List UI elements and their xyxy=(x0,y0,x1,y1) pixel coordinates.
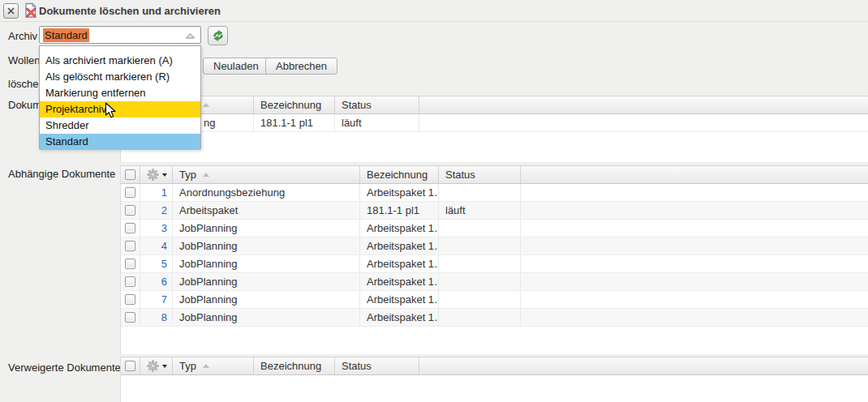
table-row[interactable]: 2 Arbeitspaket 181.1-1 pl1 läuft xyxy=(121,202,868,220)
cell-row-number: 8 xyxy=(140,309,173,326)
x-icon xyxy=(7,7,15,15)
row-checkbox[interactable] xyxy=(125,294,135,305)
column-header-label: Typ xyxy=(179,360,196,372)
cell-status xyxy=(439,220,521,237)
row-checkbox[interactable] xyxy=(125,276,135,287)
table-row[interactable]: 8 JobPlanning Arbeitspaket 1… xyxy=(121,309,868,327)
column-header-status[interactable]: Status xyxy=(439,166,521,183)
cell-status: läuft xyxy=(439,202,521,219)
row-checkbox[interactable] xyxy=(125,241,135,251)
dropdown-item-standard[interactable]: Standard xyxy=(40,134,200,150)
cell-status: läuft xyxy=(335,114,419,131)
column-header-typ[interactable]: Typ xyxy=(173,357,254,374)
cell-row-number: 2 xyxy=(140,202,173,219)
column-header-label: Bezeichnung xyxy=(260,99,321,111)
caret-down-icon xyxy=(162,173,167,177)
column-header-label: Status xyxy=(445,169,475,181)
column-header-filler xyxy=(419,357,868,374)
select-all-checkbox[interactable] xyxy=(121,166,140,183)
table-row[interactable]: 6 JobPlanning Arbeitspaket 1… xyxy=(121,273,868,291)
table-row[interactable]: 4 JobPlanning Arbeitspaket 1… xyxy=(121,237,868,255)
table-header: Typ Bezeichnung Status xyxy=(121,96,868,114)
column-header-label: Bezeichnung xyxy=(367,169,428,181)
column-header-filler xyxy=(521,166,868,183)
cell-bezeichnung: Arbeitspaket 1… xyxy=(360,255,439,272)
cell-typ: JobPlanning xyxy=(173,273,360,290)
cell-row-number: 1 xyxy=(140,184,173,201)
column-header-bezeichnung[interactable]: Bezeichnung xyxy=(360,166,439,183)
column-header-typ[interactable]: Typ xyxy=(173,166,360,183)
sort-ascending-icon xyxy=(203,364,209,368)
cell-typ: Anordnungsbeziehung xyxy=(173,184,360,201)
column-menu-button[interactable] xyxy=(140,166,173,183)
table-row[interactable]: 7 JobPlanning Arbeitspaket 1… xyxy=(121,291,868,309)
dropdown-item-shredder[interactable]: Shredder xyxy=(40,118,200,134)
titlebar: Dokumente löschen und archivieren xyxy=(0,0,868,22)
archiv-combobox-value: Standard xyxy=(43,28,89,42)
column-header-bezeichnung[interactable]: Bezeichnung xyxy=(254,357,335,374)
column-header-label: Typ xyxy=(179,169,196,181)
column-header-label: Bezeichnung xyxy=(260,360,321,372)
cell-typ: JobPlanning xyxy=(173,237,360,254)
table-row[interactable]: 3 JobPlanning Arbeitspaket 1… xyxy=(121,220,868,237)
cell-status xyxy=(439,184,521,201)
mouse-cursor-icon xyxy=(105,102,117,119)
cell-bezeichnung: 181.1-1 pl1 xyxy=(360,202,439,219)
close-button[interactable] xyxy=(3,3,19,19)
dropdown-item-projektarchiv[interactable]: Projektarchiv xyxy=(40,101,200,118)
archiv-dropdown-list: Als archiviert markieren (A) Als gelösch… xyxy=(39,45,201,149)
column-menu-button[interactable] xyxy=(140,357,173,374)
checkbox-icon xyxy=(125,361,135,371)
cell-bezeichnung: Arbeitspaket 1… xyxy=(360,184,439,201)
dropdown-item-als-geloescht-markieren[interactable]: Als gelöscht markieren (R) xyxy=(40,69,200,85)
row-checkbox[interactable] xyxy=(125,223,135,233)
cell-bezeichnung: Arbeitspaket 1… xyxy=(360,237,439,254)
table-row[interactable]: ng 181.1-1 pl1 läuft xyxy=(121,114,868,132)
dialog-title: Dokumente löschen und archivieren xyxy=(39,5,221,17)
cell-typ: JobPlanning xyxy=(173,255,360,272)
cell-status xyxy=(439,273,521,290)
reload-button[interactable]: Neuladen xyxy=(203,58,269,75)
refresh-arrows-icon xyxy=(212,29,225,42)
abhaengige-dokumente-label: Abhängige Dokumente xyxy=(8,168,115,180)
cell-row-number: 6 xyxy=(140,273,173,290)
archiv-label: Archiv xyxy=(8,30,37,42)
table-row[interactable]: 1 Anordnungsbeziehung Arbeitspaket 1… xyxy=(121,184,868,202)
dropdown-item-markierung-entfernen[interactable]: Markierung entfernen xyxy=(40,85,200,101)
table-header: Typ Bezeichnung Status xyxy=(121,165,868,184)
combobox-collapse-arrow-icon[interactable] xyxy=(185,32,196,39)
cell-row-number: 4 xyxy=(140,237,173,254)
refresh-button[interactable] xyxy=(208,26,228,45)
column-header-status[interactable]: Status xyxy=(335,96,419,113)
caret-down-icon xyxy=(162,365,167,368)
cancel-button[interactable]: Abbrechen xyxy=(265,58,337,75)
column-header-status[interactable]: Status xyxy=(335,357,419,374)
checkbox-icon xyxy=(125,169,135,180)
column-header-bezeichnung[interactable]: Bezeichnung xyxy=(254,96,335,113)
table-header: Typ Bezeichnung Status xyxy=(121,357,868,375)
row-checkbox[interactable] xyxy=(125,205,135,216)
row-checkbox[interactable] xyxy=(125,187,135,198)
gear-icon xyxy=(147,360,159,372)
archiv-combobox[interactable]: Standard xyxy=(39,26,201,44)
verweigerte-dokumente-table: Typ Bezeichnung Status xyxy=(120,357,868,402)
sort-ascending-icon xyxy=(203,103,209,107)
cell-typ: JobPlanning xyxy=(173,291,360,308)
dropdown-item-als-archiviert-markieren[interactable]: Als archiviert markieren (A) xyxy=(40,53,200,69)
cell-row-number: 5 xyxy=(140,255,173,272)
dokumente-table: Typ Bezeichnung Status ng 181.1-1 pl1 lä… xyxy=(120,96,868,162)
cell-status xyxy=(439,291,521,308)
sort-ascending-icon xyxy=(203,173,209,177)
cell-bezeichnung: Arbeitspaket 1… xyxy=(360,273,439,290)
document-delete-icon xyxy=(23,2,39,21)
cell-bezeichnung: Arbeitspaket 1… xyxy=(360,220,439,237)
row-checkbox[interactable] xyxy=(125,259,135,269)
row-checkbox[interactable] xyxy=(125,312,135,323)
question-text-line1: Wollen xyxy=(8,54,41,66)
column-header-filler xyxy=(419,96,868,113)
abhaengige-dokumente-table: Typ Bezeichnung Status 1 Anordnungsbezie… xyxy=(120,165,868,354)
cell-typ: JobPlanning xyxy=(173,220,360,237)
select-all-checkbox[interactable] xyxy=(121,357,140,374)
dokumente-label: Dokum xyxy=(8,99,41,111)
table-row[interactable]: 5 JobPlanning Arbeitspaket 1… xyxy=(121,255,868,273)
